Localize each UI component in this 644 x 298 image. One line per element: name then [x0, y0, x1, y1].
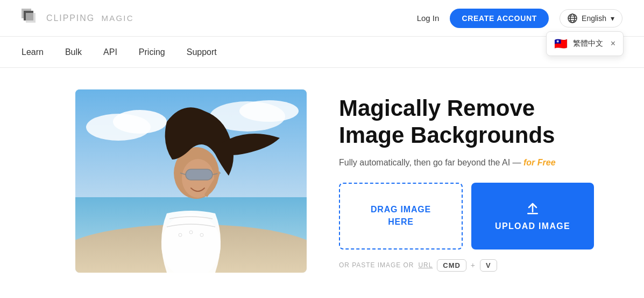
svg-rect-25: [527, 213, 538, 214]
main-content: Magically Remove Image Backgrounds Fully…: [0, 68, 644, 294]
create-account-button[interactable]: CREATE ACCOUNT: [450, 9, 549, 28]
upload-area: DRAG IMAGE HERE UPLOAD IMAGE: [339, 183, 622, 250]
hero-subtitle: Fully automatically, then go far beyond …: [339, 158, 622, 168]
cmd-key: CMD: [437, 259, 466, 272]
taiwan-flag-icon: 🇹🇼: [554, 37, 568, 50]
header: CLIPPING MAGIC Log In CREATE ACCOUNT Eng…: [0, 0, 644, 37]
hero-subtitle-text: Fully automatically, then go far beyond …: [339, 158, 521, 167]
language-dropdown: 🇹🇼 繁體中文 ×: [546, 31, 624, 56]
globe-icon: [568, 13, 577, 23]
upload-icon: [525, 201, 540, 216]
drag-line2: HERE: [388, 217, 414, 226]
nav-item-api[interactable]: API: [103, 47, 117, 57]
drag-text: DRAG IMAGE HERE: [371, 204, 431, 228]
upload-image-button[interactable]: UPLOAD IMAGE: [471, 183, 594, 250]
paste-url-link[interactable]: URL: [418, 261, 433, 269]
nav-item-learn[interactable]: Learn: [22, 47, 44, 57]
svg-rect-19: [186, 169, 213, 180]
hero-title: Magically Remove Image Backgrounds: [339, 95, 622, 149]
logo: CLIPPING MAGIC: [22, 9, 134, 28]
logo-icon: [22, 9, 41, 28]
nav-item-support[interactable]: Support: [187, 47, 217, 57]
header-actions: Log In CREATE ACCOUNT English ▾: [417, 9, 622, 28]
v-key: V: [480, 259, 497, 272]
hero-title-line2: Image Backgrounds: [339, 122, 555, 148]
chevron-down-icon: ▾: [611, 14, 614, 23]
language-label: English: [582, 14, 606, 23]
drag-line1: DRAG IMAGE: [371, 205, 431, 214]
paste-area: OR PASTE IMAGE OR URL CMD + V: [339, 259, 622, 272]
paste-text: OR PASTE IMAGE OR: [339, 261, 414, 269]
upload-button-label: UPLOAD IMAGE: [495, 221, 570, 231]
login-button[interactable]: Log In: [417, 13, 440, 23]
logo-brand: CLIPPING: [46, 13, 95, 23]
svg-point-11: [113, 110, 167, 134]
svg-rect-2: [26, 13, 36, 23]
hero-image: [75, 89, 307, 273]
language-option-zh: 繁體中文: [573, 39, 603, 48]
language-selector[interactable]: English ▾: [560, 9, 622, 27]
logo-product: MAGIC: [101, 13, 133, 23]
hero-image-svg: [75, 89, 307, 273]
hero-title-line1: Magically Remove: [339, 95, 535, 121]
close-language-dropdown-button[interactable]: ×: [611, 39, 615, 48]
logo-text: CLIPPING MAGIC: [46, 13, 134, 23]
nav-item-pricing[interactable]: Pricing: [139, 47, 165, 57]
nav-item-bulk[interactable]: Bulk: [65, 47, 82, 57]
hero-free-label: for Free: [523, 158, 556, 167]
hero-content: Magically Remove Image Backgrounds Fully…: [339, 89, 622, 272]
plus-sign: +: [471, 261, 476, 269]
drag-drop-zone[interactable]: DRAG IMAGE HERE: [339, 183, 463, 250]
svg-point-13: [239, 100, 299, 122]
